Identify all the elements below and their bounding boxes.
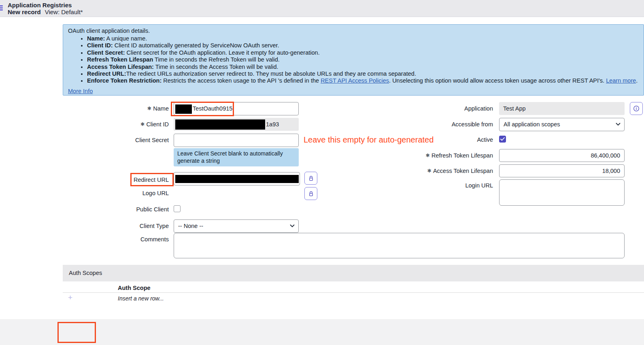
info-icon	[633, 105, 640, 112]
access-token-lifespan-input[interactable]: 18,000	[499, 164, 625, 177]
client-id-value: 1a93	[266, 118, 279, 131]
client-type-value: -- None --	[178, 223, 203, 229]
lock-icon	[308, 175, 314, 181]
login-url-textarea[interactable]	[499, 179, 625, 206]
redirect-url-label: Redirect URL	[63, 177, 169, 183]
access-token-lifespan-value: 18,000	[602, 168, 620, 174]
accessible-from-label: Accessible from	[364, 121, 493, 128]
auth-scopes-section-header: Auth Scopes	[63, 265, 644, 281]
application-info-button[interactable]	[630, 102, 643, 115]
redirect-url-lock-button[interactable]	[304, 172, 317, 185]
refresh-token-lifespan-label: ✱Refresh Token Lifespan	[364, 152, 493, 160]
refresh-token-lifespan-value: 86,400,000	[591, 152, 620, 159]
auth-scope-column-header[interactable]: Auth Scope	[118, 285, 151, 291]
form-footer: Submit	[0, 319, 644, 345]
page: Application Registries New recordView: D…	[0, 0, 644, 345]
check-icon	[500, 137, 505, 141]
header-text: Application Registries New recordView: D…	[8, 2, 83, 15]
view-label: View: Default*	[45, 9, 83, 15]
client-secret-input[interactable]	[174, 134, 299, 147]
info-bullet-access-token: Access Token Lifespan: Time in seconds t…	[87, 64, 639, 70]
client-id-field: 1a93	[174, 118, 299, 131]
application-label: Application	[364, 105, 493, 112]
submit-highlight-box	[57, 322, 96, 343]
info-bullet-client-id: Client ID: Client ID automatically gener…	[87, 42, 639, 49]
redacted-name-prefix	[175, 104, 192, 114]
logo-url-lock-button[interactable]	[304, 187, 317, 200]
more-info-link[interactable]: More Info	[68, 88, 93, 94]
info-intro: OAuth client application details.	[68, 28, 639, 34]
client-type-label: Client Type	[63, 223, 169, 230]
public-client-label: Public Client	[63, 206, 169, 213]
comments-textarea[interactable]	[174, 233, 625, 258]
lock-icon	[308, 191, 314, 197]
info-bullet-name: Name: A unique name.	[87, 35, 639, 42]
oauth-info-box: OAuth client application details. Name: …	[63, 24, 644, 96]
rest-api-access-policies-link[interactable]: REST API Access Policies	[321, 77, 389, 84]
comments-label: Comments	[63, 236, 169, 243]
client-id-label: ✱Client ID	[63, 121, 169, 128]
active-checkbox[interactable]	[499, 136, 506, 143]
client-secret-label: Client Secret	[63, 137, 169, 144]
info-bullet-client-secret: Client Secret: Client secret for the OAu…	[87, 49, 639, 56]
record-label: New record	[8, 9, 41, 15]
insert-row-plus-icon[interactable]: +	[68, 293, 72, 302]
public-client-checkbox[interactable]	[174, 205, 181, 212]
page-subtitle: New recordView: Default*	[8, 9, 83, 15]
redirect-url-input[interactable]	[174, 172, 300, 185]
chevron-down-icon	[290, 224, 295, 228]
refresh-token-lifespan-input[interactable]: 86,400,000	[499, 149, 625, 162]
learn-more-link[interactable]: Learn more	[606, 77, 636, 84]
required-icon: ✱	[427, 168, 431, 174]
client-secret-hint: Leave Client Secret blank to automatical…	[174, 148, 299, 166]
name-value: TestOauth0915	[193, 102, 232, 115]
logo-url-label: Logo URL	[63, 190, 169, 197]
required-icon: ✱	[140, 121, 145, 127]
info-bullet-enforce-token: Enforce Token Restriction: Restricts the…	[87, 77, 639, 84]
menu-icon[interactable]	[0, 5, 3, 12]
chevron-down-icon	[616, 123, 621, 126]
login-url-label: Login URL	[364, 182, 493, 189]
info-bullet-list: Name: A unique name. Client ID: Client I…	[68, 35, 639, 85]
active-label: Active	[364, 136, 493, 143]
auth-scopes-table-divider	[63, 292, 644, 293]
info-bullet-refresh-token: Refresh Token Lifespan Time in seconds t…	[87, 56, 639, 63]
top-bar: Application Registries New recordView: D…	[0, 0, 644, 17]
name-input[interactable]: TestOauth0915	[174, 102, 299, 115]
page-title: Application Registries	[8, 2, 83, 9]
required-icon: ✱	[425, 153, 429, 158]
insert-new-row[interactable]: Insert a new row...	[118, 295, 164, 302]
client-type-select[interactable]: -- None --	[174, 219, 299, 233]
accessible-from-select[interactable]: All application scopes	[499, 118, 625, 131]
info-bullet-redirect-url: Redirect URL:The rediect URLs authorizat…	[87, 70, 639, 77]
accessible-from-value: All application scopes	[504, 121, 560, 128]
redacted-redirect-url	[175, 175, 299, 183]
application-field: Test App	[499, 102, 625, 115]
redacted-client-id	[175, 119, 265, 130]
access-token-lifespan-label: ✱Access Token Lifespan	[364, 168, 493, 175]
name-label: ✱Name	[63, 105, 169, 113]
application-value: Test App	[503, 105, 526, 112]
required-icon: ✱	[147, 106, 151, 111]
